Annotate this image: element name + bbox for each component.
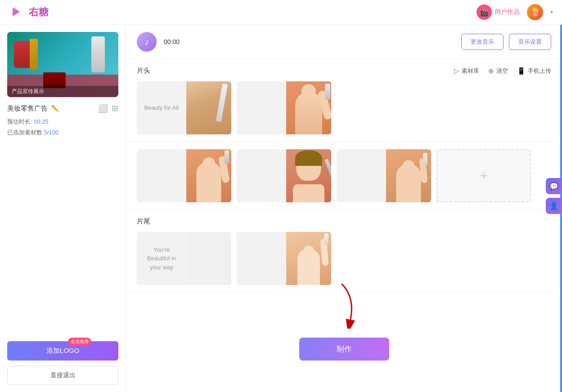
change-music-button[interactable]: 更改音乐 — [461, 34, 504, 50]
clear-tool[interactable]: ⊕ 清空 — [488, 67, 508, 75]
main-clip-3-text — [337, 149, 386, 202]
create-section: 制作 — [126, 329, 562, 370]
intro-clip-2-text — [237, 81, 286, 134]
svg-marker-0 — [13, 7, 20, 16]
intro-clip-1[interactable]: Beauty for All — [137, 81, 231, 134]
add-logo-button[interactable]: 会员免费 添加LOGO — [7, 341, 118, 361]
outro-clip-grid: You're Beautiful in your way — [137, 232, 551, 285]
main-clip-1-image — [186, 149, 231, 202]
edit-icon[interactable]: ✏️ — [51, 105, 59, 112]
sidebar: 产品宣传展示 美妆零售广告 ✏️ ⬜ ⊞ 预估时长: 00:25 已添加素材数 … — [0, 25, 126, 392]
main-clip-3[interactable] — [337, 149, 431, 202]
main-section: + — [126, 142, 562, 210]
header: 右糖 🎬 用户作品 🍿 ▾ — [0, 0, 562, 25]
library-icon: ▷ — [454, 67, 459, 75]
outro-clip-1-image — [186, 232, 231, 285]
intro-section-header: 片头 ▷ 素材库 ⊕ 清空 📱 手机上传 — [137, 67, 551, 75]
intro-clip-2-image — [286, 81, 331, 134]
intro-clip-1-text: Beauty for All — [137, 81, 186, 134]
main-clip-2-image — [286, 149, 331, 202]
outro-section: 片尾 You're Beautiful in your way — [126, 210, 562, 293]
user-works-icon: 🎬 — [477, 4, 492, 20]
outro-clip-1-text: You're Beautiful in your way — [137, 232, 186, 285]
logo-icon — [9, 4, 26, 21]
clear-label: 清空 — [496, 67, 508, 75]
add-clip-button[interactable]: + — [436, 149, 531, 202]
intro-clip-2[interactable] — [237, 81, 331, 134]
intro-clip-1-image — [186, 81, 231, 134]
intro-title: 片头 — [137, 67, 150, 75]
music-time: 00:00 — [164, 38, 454, 45]
user-works-button[interactable]: 🎬 用户作品 — [477, 4, 520, 20]
side-chat: 💬 👤 — [546, 178, 562, 214]
library-tool[interactable]: ▷ 素材库 — [454, 67, 479, 75]
member-badge: 会员免费 — [68, 338, 91, 346]
arrow-indicator — [315, 284, 369, 329]
project-materials: 已添加素材数 5/100 — [7, 129, 118, 137]
music-icon: ♪ — [137, 32, 157, 52]
intro-tools: ▷ 素材库 ⊕ 清空 📱 手机上传 — [454, 67, 551, 75]
outro-clip-2[interactable] — [237, 232, 331, 285]
outro-clip-1[interactable]: You're Beautiful in your way — [137, 232, 231, 285]
sidebar-preview: 产品宣传展示 — [7, 32, 118, 97]
logo-text: 右糖 — [29, 5, 49, 19]
create-button[interactable]: 制作 — [299, 338, 389, 361]
main-clip-1[interactable] — [137, 149, 231, 202]
library-label: 素材库 — [462, 67, 479, 75]
outro-title: 片尾 — [137, 217, 150, 226]
intro-section: 片头 ▷ 素材库 ⊕ 清空 📱 手机上传 — [126, 59, 562, 142]
upload-label: 手机上传 — [528, 67, 551, 75]
chevron-down-icon[interactable]: ▾ — [550, 9, 553, 15]
project-name: 美妆零售广告 — [7, 104, 48, 113]
clear-icon: ⊕ — [488, 67, 494, 75]
project-duration: 预估时长: 00:25 — [7, 118, 118, 126]
main-clip-1-text — [137, 149, 186, 202]
music-bar: ♪ 00:00 更改音乐 音乐设置 — [126, 25, 562, 59]
music-settings-button[interactable]: 音乐设置 — [509, 34, 551, 50]
outro-section-header: 片尾 — [137, 217, 551, 226]
arrow-area — [126, 293, 562, 329]
outro-clip-2-image — [286, 232, 331, 285]
chat-button-2[interactable]: 👤 — [546, 198, 562, 214]
header-right: 🎬 用户作品 🍿 ▾ — [477, 4, 553, 20]
chat-button-1[interactable]: 💬 — [546, 178, 562, 194]
main-clip-2[interactable] — [237, 149, 331, 202]
upload-tool[interactable]: 📱 手机上传 — [517, 67, 551, 75]
upload-icon: 📱 — [517, 67, 526, 75]
outro-clip-2-text — [237, 232, 286, 285]
main-clip-grid: + — [137, 149, 551, 202]
main-clip-3-image — [386, 149, 431, 202]
music-actions: 更改音乐 音乐设置 — [461, 34, 551, 50]
preview-label: 产品宣传展示 — [7, 86, 118, 97]
user-works-label: 用户作品 — [495, 8, 520, 16]
content-area: ♪ 00:00 更改音乐 音乐设置 片头 ▷ 素材库 ⊕ 清空 — [126, 25, 562, 392]
copy-icon[interactable]: ⬜ — [98, 103, 108, 113]
project-name-row: 美妆零售广告 ✏️ ⬜ ⊞ — [7, 103, 118, 113]
avatar[interactable]: 🍿 — [527, 4, 543, 20]
split-icon[interactable]: ⊞ — [112, 103, 118, 113]
main-layout: 产品宣传展示 美妆零售广告 ✏️ ⬜ ⊞ 预估时长: 00:25 已添加素材数 … — [0, 25, 562, 392]
exit-button[interactable]: 直接退出 — [7, 366, 118, 385]
intro-clip-grid: Beauty for All — [137, 81, 551, 134]
logo: 右糖 — [9, 4, 49, 21]
main-clip-2-text — [237, 149, 286, 202]
